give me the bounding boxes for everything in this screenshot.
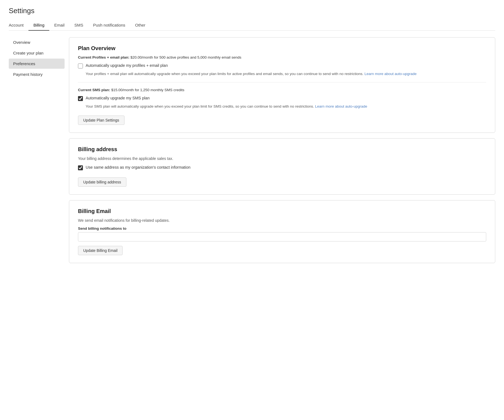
content-area: Plan Overview Current Profiles + email p… bbox=[69, 37, 495, 263]
send-billing-to-label: Send billing notifications to bbox=[78, 226, 486, 231]
page-title: Settings bbox=[9, 7, 495, 15]
sms-auto-upgrade-link[interactable]: Learn more about auto-upgrade bbox=[315, 104, 367, 108]
tab-account[interactable]: Account bbox=[9, 20, 28, 31]
billing-email-card: Billing Email We send email notification… bbox=[69, 200, 495, 263]
sms-auto-upgrade-checkbox[interactable] bbox=[78, 96, 83, 101]
billing-address-title: Billing address bbox=[78, 146, 486, 153]
sms-section: Current SMS plan: $15.00/month for 1,250… bbox=[78, 88, 486, 109]
email-plan-current: Current Profiles + email plan: $20.00/mo… bbox=[78, 55, 486, 59]
sidebar-item-overview[interactable]: Overview bbox=[9, 37, 65, 47]
sms-auto-upgrade-row: Automatically upgrade my SMS plan bbox=[78, 96, 486, 101]
update-billing-address-button[interactable]: Update billing address bbox=[78, 177, 126, 187]
use-same-address-checkbox[interactable] bbox=[78, 165, 83, 170]
tab-billing[interactable]: Billing bbox=[28, 20, 49, 31]
email-auto-upgrade-link[interactable]: Learn more about auto-upgrade bbox=[364, 72, 417, 76]
tab-other[interactable]: Other bbox=[130, 20, 150, 31]
update-plan-settings-button[interactable]: Update Plan Settings bbox=[78, 116, 124, 125]
sidebar-item-payment-history[interactable]: Payment history bbox=[9, 69, 65, 79]
billing-address-card: Billing address Your billing address det… bbox=[69, 138, 495, 195]
use-same-address-label[interactable]: Use same address as my organization's co… bbox=[86, 165, 190, 169]
plan-overview-card: Plan Overview Current Profiles + email p… bbox=[69, 37, 495, 133]
sms-auto-upgrade-desc: Your SMS plan will automatically upgrade… bbox=[86, 104, 486, 109]
update-billing-email-button[interactable]: Update Billing Email bbox=[78, 246, 123, 255]
plan-overview-title: Plan Overview bbox=[78, 45, 486, 51]
billing-email-input[interactable] bbox=[78, 232, 486, 241]
email-auto-upgrade-row: Automatically upgrade my profiles + emai… bbox=[78, 63, 486, 68]
sidebar-item-preferences[interactable]: Preferences bbox=[9, 59, 65, 69]
sms-plan-current: Current SMS plan: $15.00/month for 1,250… bbox=[78, 88, 486, 92]
email-auto-upgrade-label[interactable]: Automatically upgrade my profiles + emai… bbox=[86, 63, 168, 68]
email-auto-upgrade-checkbox[interactable] bbox=[78, 64, 83, 68]
sidebar-item-create-plan[interactable]: Create your plan bbox=[9, 48, 65, 58]
tab-email[interactable]: Email bbox=[49, 20, 69, 31]
tab-sms[interactable]: SMS bbox=[69, 20, 88, 31]
billing-email-desc: We send email notifications for billing-… bbox=[78, 218, 486, 223]
tab-push-notifications[interactable]: Push notifications bbox=[88, 20, 130, 31]
sidebar: Overview Create your plan Preferences Pa… bbox=[9, 37, 69, 263]
sms-auto-upgrade-label[interactable]: Automatically upgrade my SMS plan bbox=[86, 96, 150, 100]
billing-address-desc: Your billing address determines the appl… bbox=[78, 156, 486, 161]
billing-email-title: Billing Email bbox=[78, 208, 486, 214]
email-auto-upgrade-desc: Your profiles + email plan will automati… bbox=[86, 71, 486, 77]
top-nav: Account Billing Email SMS Push notificat… bbox=[9, 20, 495, 31]
use-same-address-row: Use same address as my organization's co… bbox=[78, 165, 486, 170]
